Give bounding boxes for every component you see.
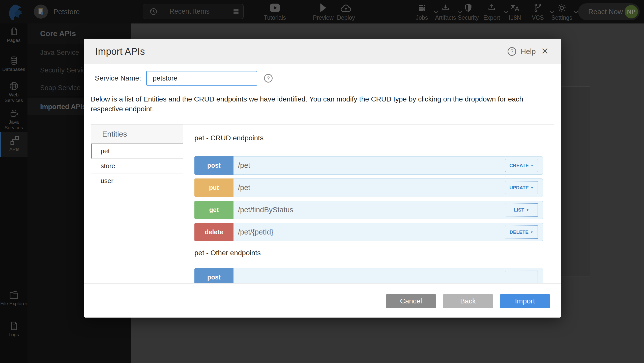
endpoints-column: pet - CRUD endpoints post /pet CREATE▼ p… — [183, 124, 554, 283]
modal-description: Below is a list of Entities and the CRUD… — [91, 94, 557, 114]
app-screen: Petstore Recent Items Tutorials — [0, 0, 644, 363]
method-badge: post — [194, 156, 233, 175]
entity-item-user[interactable]: user — [91, 173, 183, 188]
service-name-help-icon[interactable]: ? — [264, 74, 273, 83]
entities-column: Entities pet store user — [91, 124, 183, 283]
entities-endpoints-panel: Entities pet store user pet - CRUD endpo… — [91, 124, 554, 283]
crud-type-dropdown[interactable] — [505, 271, 538, 283]
service-name-input[interactable] — [146, 71, 257, 86]
caret-down-icon: ▼ — [531, 186, 534, 190]
entity-item-pet[interactable]: pet — [91, 144, 183, 159]
method-badge: delete — [194, 223, 233, 241]
crud-type-dropdown[interactable]: DELETE▼ — [505, 225, 538, 239]
endpoint-row: post /pet CREATE▼ — [194, 156, 543, 175]
close-icon[interactable]: ✕ — [541, 39, 549, 64]
import-button[interactable]: Import — [500, 294, 550, 308]
entity-item-store[interactable]: store — [91, 159, 183, 173]
method-badge: get — [194, 201, 233, 219]
method-badge: post — [194, 268, 233, 283]
crud-type-dropdown[interactable]: UPDATE▼ — [505, 181, 538, 194]
caret-down-icon: ▼ — [531, 164, 534, 167]
modal-title: Import APIs — [95, 39, 145, 64]
endpoint-row: get /pet/findByStatus LIST▼ — [194, 201, 543, 219]
endpoint-row: put /pet UPDATE▼ — [194, 178, 543, 197]
cancel-button[interactable]: Cancel — [386, 294, 436, 308]
method-badge: put — [194, 178, 233, 197]
crud-type-dropdown[interactable]: CREATE▼ — [505, 159, 538, 172]
caret-down-icon: ▼ — [526, 208, 529, 212]
endpoint-path: /pet — [238, 157, 250, 175]
help-link[interactable]: Help — [521, 39, 536, 64]
crud-type-dropdown[interactable]: LIST▼ — [505, 203, 538, 217]
endpoint-path: /pet/findByStatus — [238, 201, 293, 219]
modal-footer: Cancel Back Import — [84, 283, 561, 318]
help-circle-icon[interactable]: ? — [508, 47, 516, 56]
caret-down-icon: ▼ — [530, 230, 533, 234]
service-name-label: Service Name: — [95, 74, 141, 82]
modal-header: Import APIs ? Help ✕ — [84, 39, 561, 64]
endpoint-row-partial: post — [194, 268, 543, 283]
endpoint-path: /pet/{petId} — [238, 223, 273, 242]
crud-endpoints-title: pet - CRUD endpoints — [194, 134, 543, 142]
back-button[interactable]: Back — [443, 294, 493, 308]
import-apis-modal: Import APIs ? Help ✕ Service Name: ? Bel… — [84, 39, 561, 318]
endpoint-path: /pet — [238, 179, 250, 197]
endpoint-row: delete /pet/{petId} DELETE▼ — [194, 223, 543, 241]
other-endpoints-title: pet - Other endpoints — [194, 249, 543, 257]
entities-header: Entities — [91, 124, 183, 144]
